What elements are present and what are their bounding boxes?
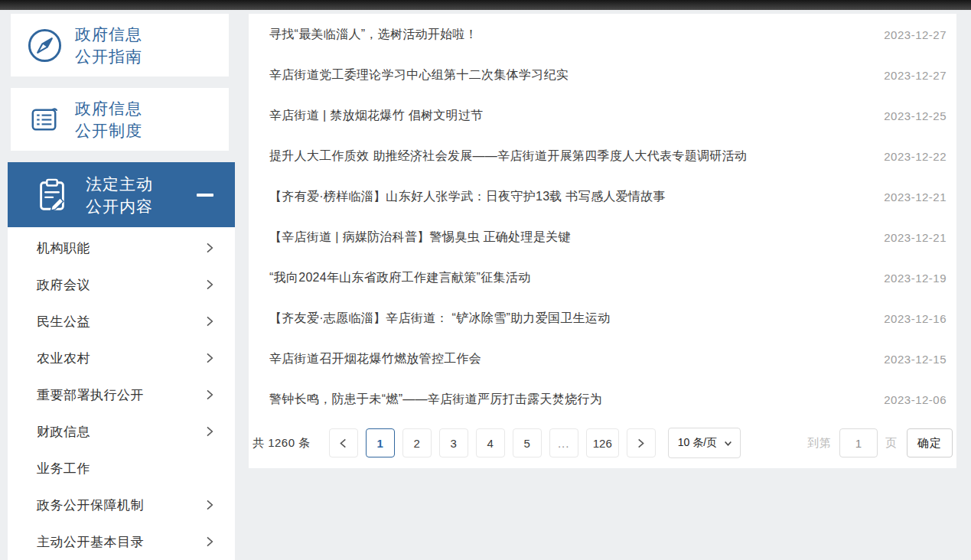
news-title-link[interactable]: 【齐有爱·榜样临淄】山东好人张学武：日夜守护13载 书写感人爱情故事	[269, 189, 666, 205]
goto-page-group: 到第 页 确定	[807, 428, 953, 457]
chevron-right-icon	[204, 316, 215, 327]
clipboard-pencil-icon	[34, 176, 70, 214]
sidebar-menu-item[interactable]: 财政信息	[8, 413, 235, 450]
news-row[interactable]: 辛店街道 | 禁放烟花爆竹 倡树文明过节2023-12-25	[249, 96, 956, 136]
news-panel: 寻找“最美临淄人”，选树活动开始啦！2023-12-27辛店街道党工委理论学习中…	[249, 14, 956, 468]
compass-icon	[26, 28, 63, 63]
sidebar-menu-item-label: 政府会议	[37, 276, 90, 294]
news-title-link[interactable]: 【辛店街道 | 病媒防治科普】警惕臭虫 正确处理是关键	[269, 230, 571, 246]
news-row[interactable]: 辛店街道党工委理论学习中心组第十二次集体学习纪实2023-12-27	[249, 55, 956, 96]
news-date: 2023-12-21	[884, 190, 947, 203]
pagination-bar: 共 1260 条 12345...126 10 条/页 到第 页 确定	[249, 423, 956, 463]
sidebar-menu-item[interactable]: 主动公开基本目录	[8, 523, 235, 560]
goto-suffix-label: 页	[885, 436, 898, 451]
news-date: 2023-12-27	[884, 69, 947, 82]
page-button-2[interactable]: 2	[402, 428, 432, 457]
top-dark-bar	[0, 0, 971, 10]
news-row[interactable]: 【齐友爱·志愿临淄】辛店街道： “铲冰除雪”助力爱国卫生运动2023-12-16	[249, 298, 956, 339]
news-title-link[interactable]: 提升人大工作质效 助推经济社会发展——辛店街道开展第四季度人大代表专题调研活动	[269, 148, 747, 164]
sidebar-menu-item-label: 农业农村	[37, 350, 90, 367]
sidebar-card-legal-active[interactable]: 法定主动 公开内容	[8, 162, 235, 227]
sidebar-menu-item-label: 财政信息	[37, 423, 90, 441]
news-date: 2023-12-19	[884, 272, 947, 285]
sidebar-card-system[interactable]: 政府信息 公开制度	[11, 88, 229, 151]
total-count-label: 共 1260 条	[253, 436, 311, 451]
sidebar-menu-item[interactable]: 机构职能	[8, 230, 235, 266]
page-button-126[interactable]: 126	[586, 428, 619, 457]
sidebar-menu-item[interactable]: 政务公开保障机制	[8, 487, 235, 523]
page-button-5[interactable]: 5	[513, 428, 542, 457]
page-button-3[interactable]: 3	[439, 428, 468, 457]
news-row[interactable]: 【齐有爱·榜样临淄】山东好人张学武：日夜守护13载 书写感人爱情故事2023-1…	[249, 177, 956, 217]
sidebar-menu-item[interactable]: 民生公益	[8, 303, 235, 340]
chevron-right-icon	[204, 500, 215, 510]
news-date: 2023-12-16	[884, 312, 947, 325]
sidebar-menu-item[interactable]: 重要部署执行公开	[8, 376, 235, 413]
sidebar-menu-item[interactable]: 业务工作	[8, 450, 235, 487]
sidebar-menu-item-label: 民生公益	[37, 313, 90, 330]
news-row[interactable]: 【辛店街道 | 病媒防治科普】警惕臭虫 正确处理是关键2023-12-21	[249, 217, 956, 258]
news-title-link[interactable]: 辛店街道党工委理论学习中心组第十二次集体学习纪实	[269, 67, 569, 83]
sidebar-menu-item-label: 主动公开基本目录	[37, 533, 144, 551]
news-row[interactable]: 辛店街道召开烟花爆竹燃放管控工作会2023-12-15	[249, 339, 956, 379]
next-page-button[interactable]	[627, 428, 656, 457]
chevron-right-icon	[204, 279, 215, 290]
sidebar-menu-item[interactable]: 政府会议	[8, 266, 235, 303]
goto-page-input[interactable]	[839, 428, 878, 457]
news-title-link[interactable]: 【齐友爱·志愿临淄】辛店街道： “铲冰除雪”助力爱国卫生运动	[269, 311, 610, 327]
page-size-label: 10 条/页	[678, 436, 717, 450]
news-title-link[interactable]: “我向2024年山东省政府工作建言献策”征集活动	[269, 270, 530, 286]
news-date: 2023-12-25	[884, 109, 947, 122]
goto-prefix-label: 到第	[807, 436, 832, 451]
confirm-button[interactable]: 确定	[907, 428, 953, 457]
page-button-1[interactable]: 1	[366, 428, 395, 457]
page-size-select[interactable]: 10 条/页	[668, 428, 741, 458]
news-date: 2023-12-06	[884, 393, 947, 406]
news-row[interactable]: “我向2024年山东省政府工作建言献策”征集活动2023-12-19	[249, 258, 956, 298]
chevron-right-icon	[204, 389, 215, 400]
chevron-right-icon	[204, 243, 215, 253]
sidebar-menu-item-label: 重要部署执行公开	[37, 386, 144, 404]
sidebar-menu: 机构职能 政府会议 民生公益 农业农村 重要部署	[8, 227, 235, 560]
news-title-link[interactable]: 辛店街道 | 禁放烟花爆竹 倡树文明过节	[269, 108, 484, 124]
news-row[interactable]: 警钟长鸣，防患于未“燃”——辛店街道严厉打击露天焚烧行为2023-12-06	[249, 379, 956, 420]
sidebar-card-guide-title: 政府信息 公开指南	[75, 23, 142, 67]
news-title-link[interactable]: 警钟长鸣，防患于未“燃”——辛店街道严厉打击露天焚烧行为	[269, 392, 602, 408]
news-date: 2023-12-22	[884, 150, 947, 163]
sidebar: 政府信息 公开指南 政府信息 公开制度	[8, 14, 235, 560]
news-row[interactable]: 提升人大工作质效 助推经济社会发展——辛店街道开展第四季度人大代表专题调研活动2…	[249, 136, 956, 177]
page-number-buttons: 12345...126	[366, 428, 619, 457]
page-ellipsis[interactable]: ...	[549, 428, 578, 457]
news-list: 寻找“最美临淄人”，选树活动开始啦！2023-12-27辛店街道党工委理论学习中…	[249, 14, 956, 420]
chevron-right-icon	[204, 536, 215, 547]
chevron-right-icon	[204, 353, 215, 363]
sidebar-menu-item[interactable]: 农业农村	[8, 340, 235, 376]
chevron-down-icon	[724, 439, 732, 448]
news-date: 2023-12-15	[884, 353, 947, 366]
sidebar-card-system-title: 政府信息 公开制度	[75, 97, 142, 142]
sidebar-menu-item-label: 业务工作	[37, 460, 90, 477]
chevron-right-icon	[204, 426, 215, 437]
page-button-4[interactable]: 4	[476, 428, 505, 457]
news-row[interactable]: 寻找“最美临淄人”，选树活动开始啦！2023-12-27	[249, 15, 956, 55]
sidebar-menu-item-label: 机构职能	[37, 239, 90, 257]
news-title-link[interactable]: 辛店街道召开烟花爆竹燃放管控工作会	[269, 351, 481, 367]
sidebar-card-guide[interactable]: 政府信息 公开指南	[11, 14, 229, 77]
prev-page-button[interactable]	[329, 428, 358, 457]
news-date: 2023-12-27	[884, 28, 947, 41]
collapse-minus-icon[interactable]	[197, 194, 213, 197]
news-date: 2023-12-21	[884, 231, 947, 244]
sidebar-menu-item-label: 政务公开保障机制	[37, 497, 144, 514]
news-title-link[interactable]: 寻找“最美临淄人”，选树活动开始啦！	[269, 27, 477, 43]
sidebar-card-legal-title: 法定主动 公开内容	[86, 173, 153, 217]
document-lines-icon	[26, 102, 63, 138]
